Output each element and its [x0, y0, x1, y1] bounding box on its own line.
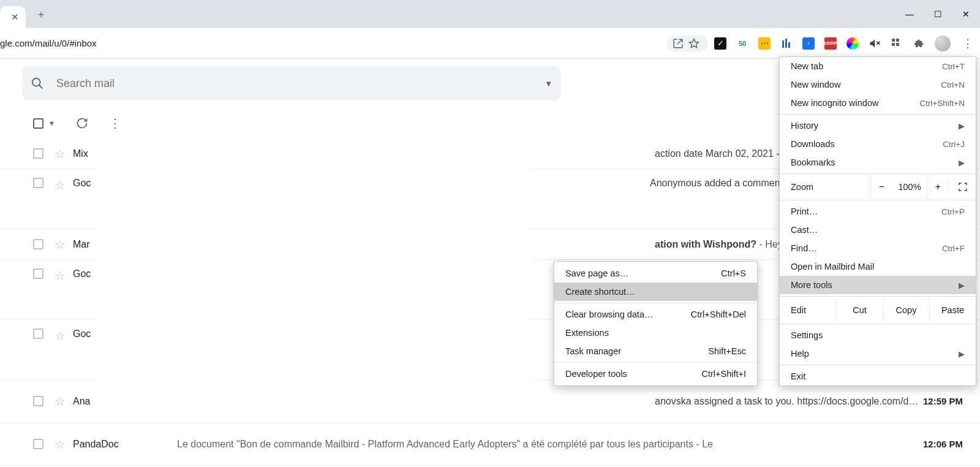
select-all-caret[interactable]: ▼ — [48, 120, 55, 127]
ext-notes-icon[interactable]: ⋯ — [758, 37, 771, 50]
row-checkbox[interactable] — [33, 396, 43, 406]
sender: Mix — [73, 148, 140, 159]
close-window-button[interactable]: ✕ — [952, 0, 980, 28]
menu-edit-row: Edit Cut Copy Paste — [780, 298, 976, 322]
gmail-search-box[interactable]: ▼ — [22, 66, 561, 101]
search-input[interactable] — [48, 77, 545, 90]
menu-open-in-mailbird[interactable]: Open in Mailbird Mail — [780, 257, 976, 276]
new-tab-button[interactable]: ＋ — [32, 5, 50, 23]
address-bar[interactable]: gle.com/mail/u/0/#inbox — [0, 38, 110, 48]
menu-settings[interactable]: Settings — [780, 326, 976, 344]
menu-bookmarks[interactable]: Bookmarks▶ — [780, 153, 976, 172]
zoom-label: Zoom — [791, 182, 870, 192]
menu-help[interactable]: Help▶ — [780, 344, 976, 363]
svg-rect-3 — [788, 42, 790, 48]
menu-developer-tools[interactable]: Developer toolsCtrl+Shift+I — [554, 365, 757, 383]
ext-todo-icon[interactable]: ✓ — [714, 37, 726, 50]
fullscreen-button[interactable] — [949, 182, 976, 192]
menu-task-manager[interactable]: Task managerShift+Esc — [554, 342, 757, 360]
menu-print[interactable]: Print…Ctrl+P — [780, 202, 976, 221]
snippet: xxxxxxxxxxxxxxxxxxxxxxxxxxxxxxxxxxxxxxxx… — [140, 396, 919, 407]
star-icon[interactable]: ☆ — [55, 237, 66, 252]
ext-grid-icon[interactable] — [891, 37, 903, 50]
select-all-checkbox[interactable] — [33, 118, 43, 129]
menu-exit[interactable]: Exit — [780, 367, 976, 385]
chevron-right-icon: ▶ — [959, 121, 965, 131]
menu-paste[interactable]: Paste — [929, 298, 976, 322]
bookmark-star-icon[interactable] — [688, 37, 700, 50]
chrome-menu: New tabCtrl+T New windowCtrl+N New incog… — [779, 56, 976, 386]
window-controls: — ☐ ✕ — [895, 0, 980, 28]
search-icon — [31, 77, 48, 90]
address-bar-row: gle.com/mail/u/0/#inbox ✓ 50 ⋯ › SERP ⋮ — [0, 28, 980, 59]
ext-puzzle-icon[interactable] — [913, 37, 925, 50]
row-checkbox[interactable] — [33, 439, 43, 449]
sender: Goc — [73, 328, 140, 340]
star-icon[interactable]: ☆ — [55, 437, 66, 452]
menu-clear-browsing-data[interactable]: Clear browsing data…Ctrl+Shift+Del — [554, 305, 757, 324]
maximize-button[interactable]: ☐ — [924, 0, 952, 28]
browser-tab[interactable]: ✕ — [0, 6, 26, 28]
ext-bars-icon[interactable] — [780, 37, 793, 50]
menu-find[interactable]: Find…Ctrl+F — [780, 239, 976, 257]
time: 12:59 PM — [919, 396, 980, 406]
row-checkbox[interactable] — [33, 268, 43, 279]
open-in-new-icon[interactable] — [672, 37, 684, 50]
sender: PandaDoc — [73, 439, 140, 450]
menu-copy[interactable]: Copy — [883, 298, 929, 322]
row-checkbox[interactable] — [33, 148, 43, 159]
close-tab-icon[interactable]: ✕ — [10, 12, 20, 23]
menu-new-tab[interactable]: New tabCtrl+T — [780, 57, 976, 75]
menu-new-window[interactable]: New windowCtrl+N — [780, 75, 976, 94]
menu-extensions[interactable]: Extensions — [554, 324, 757, 342]
zoom-out-button[interactable]: − — [870, 176, 892, 198]
zoom-value: 100% — [892, 182, 927, 192]
tab-strip: ✕ ＋ — ☐ ✕ — [0, 0, 980, 28]
menu-more-tools[interactable]: More tools▶ — [780, 276, 976, 294]
svg-rect-7 — [892, 43, 895, 46]
ext-badge-icon[interactable]: › — [802, 37, 815, 50]
svg-rect-8 — [896, 39, 899, 42]
menu-save-page[interactable]: Save page as…Ctrl+S — [554, 264, 757, 283]
minimize-button[interactable]: — — [895, 0, 924, 28]
refresh-button[interactable] — [76, 117, 88, 129]
menu-cut[interactable]: Cut — [836, 298, 883, 322]
menu-zoom-row: Zoom − 100% + — [780, 176, 976, 198]
sender: Goc — [73, 178, 140, 189]
star-icon[interactable]: ☆ — [55, 178, 66, 192]
svg-rect-6 — [892, 39, 895, 42]
svg-rect-9 — [896, 43, 899, 46]
menu-downloads[interactable]: DownloadsCtrl+J — [780, 135, 976, 153]
zoom-in-button[interactable]: + — [927, 176, 949, 198]
ext-leaf-icon[interactable]: 50 — [736, 37, 748, 50]
sender: Mar — [73, 239, 140, 250]
star-icon[interactable]: ☆ — [55, 146, 66, 161]
menu-create-shortcut[interactable]: Create shortcut… — [554, 283, 757, 301]
ext-mute-icon[interactable] — [869, 37, 881, 50]
star-icon[interactable]: ☆ — [55, 394, 66, 409]
ext-serp-icon[interactable]: SERP — [824, 37, 837, 50]
mail-row[interactable]: ☆ PandaDoc Le document "Bon de commande … — [0, 423, 980, 466]
sender: Ana — [73, 396, 140, 407]
chevron-right-icon: ▶ — [959, 158, 965, 167]
row-checkbox[interactable] — [33, 239, 43, 249]
profile-avatar[interactable] — [935, 36, 951, 51]
svg-rect-1 — [782, 40, 784, 48]
chrome-menu-button[interactable]: ⋮ — [960, 36, 975, 51]
svg-marker-0 — [690, 39, 699, 47]
row-checkbox[interactable] — [33, 178, 43, 188]
row-checkbox[interactable] — [33, 328, 43, 339]
more-actions-button[interactable]: ⋮ — [109, 116, 121, 131]
more-tools-submenu: Save page as…Ctrl+S Create shortcut… Cle… — [554, 261, 758, 386]
page-actions — [666, 35, 708, 52]
mail-row[interactable]: ☆ Ana xxxxxxxxxxxxxxxxxxxxxxxxxxxxxxxxxx… — [0, 380, 980, 423]
ext-color-icon[interactable] — [846, 37, 859, 50]
menu-new-incognito[interactable]: New incognito windowCtrl+Shift+N — [780, 94, 976, 112]
extensions-row: ✓ 50 ⋯ › SERP ⋮ — [714, 36, 975, 51]
star-icon[interactable]: ☆ — [55, 328, 66, 343]
search-options-caret[interactable]: ▼ — [545, 79, 552, 88]
menu-history[interactable]: History▶ — [780, 116, 976, 135]
svg-line-11 — [39, 85, 43, 89]
menu-cast[interactable]: Cast… — [780, 221, 976, 239]
star-icon[interactable]: ☆ — [55, 268, 66, 283]
